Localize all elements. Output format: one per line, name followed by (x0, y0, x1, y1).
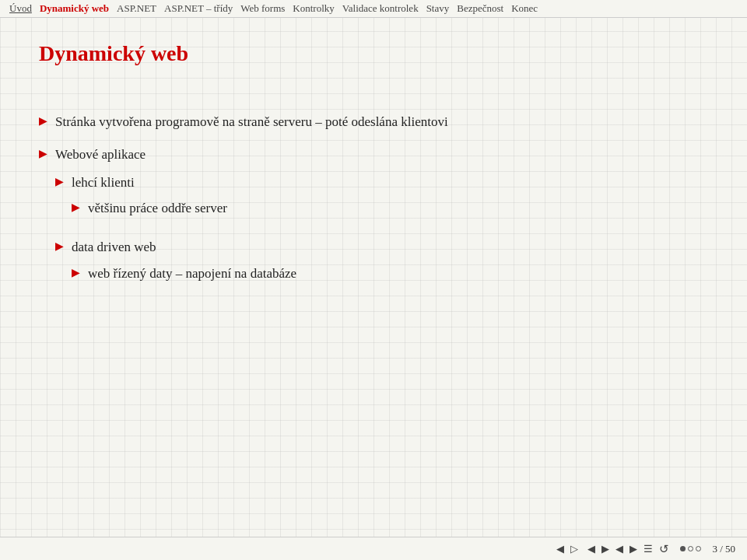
bullet-arrow-icon-sub-1: ▶ (55, 175, 64, 188)
nav-item-stavy[interactable]: Stavy (425, 2, 451, 15)
page-total: 50 (725, 543, 735, 555)
nav-section-label: ▶ (600, 543, 611, 555)
nav-item-uvod[interactable]: Úvod (8, 2, 33, 15)
sub-sub-list-data: ▶ web řízený daty – napojení na databáze (72, 264, 296, 283)
main-bullet-list: ▶ Stránka vytvořena programově na straně… (39, 113, 708, 303)
page-current: 3 (712, 543, 717, 555)
nav-item-aspnet[interactable]: ASP.NET (115, 2, 158, 15)
bullet-item-2: ▶ Webové aplikace ▶ lehcí klienti ▶ větš… (39, 145, 708, 303)
sub-list-2: ▶ lehcí klienti ▶ většinu práce oddře se… (55, 173, 296, 292)
nav-item-aspnet-tridy[interactable]: ASP.NET – třídy (163, 2, 234, 15)
nav-item-webforms[interactable]: Web forms (239, 2, 286, 15)
nav-bar: Úvod Dynamický web ASP.NET ASP.NET – tří… (0, 0, 747, 18)
sub-data-container: data driven web ▶ web řízený daty – napo… (72, 238, 296, 292)
nav-loop-button[interactable]: ↺ (658, 542, 671, 556)
nav-subsection-label: ▶ (628, 543, 639, 555)
nav-item-bezpecnost[interactable]: Bezpečnost (455, 2, 505, 15)
page-separator: / (720, 543, 725, 555)
bullet-arrow-icon-2: ▶ (39, 147, 47, 160)
sub-text-data: data driven web (72, 240, 156, 254)
page-indicator: 3 / 50 (712, 543, 735, 555)
bullet-item-1: ▶ Stránka vytvořena programově na straně… (39, 113, 708, 131)
sub-sub-item-rizeny: ▶ web řízený daty – napojení na databáze (72, 264, 296, 283)
sub-sub-text-rizeny: web řízený daty – napojení na databáze (88, 264, 296, 283)
bullet-arrow-icon-sub-sub-2: ▶ (72, 266, 80, 279)
bullet-arrow-icon-sub-2: ▶ (55, 240, 64, 253)
nav-dot-2 (688, 546, 693, 551)
slide-content: Dynamický web ▶ Stránka vytvořena progra… (0, 18, 747, 333)
sub-sub-text-vetsinu: většinu práce oddře server (88, 199, 227, 218)
nav-dot-3 (696, 546, 701, 551)
nav-item-kontrolky[interactable]: Kontrolky (291, 2, 335, 15)
nav-first-button[interactable]: ◀ (555, 543, 566, 555)
sub-item-lehci: ▶ lehcí klienti ▶ většinu práce oddře se… (55, 173, 296, 228)
bottom-bar: ◀ ▷ ◀ ▶ ◀ ▶ ☰ ↺ 3 / 50 (0, 537, 747, 560)
nav-section-prev-button[interactable]: ◀ (586, 543, 597, 555)
sub-text-lehci: lehcí klienti (72, 175, 135, 190)
nav-item-konec[interactable]: Konec (510, 2, 539, 15)
bullet-text-2: Webové aplikace (55, 147, 146, 162)
bullet-arrow-icon-sub-sub-1: ▶ (72, 201, 80, 214)
nav-prev-button[interactable]: ▷ (569, 543, 580, 555)
sub-sub-list-lehci: ▶ většinu práce oddře server (72, 199, 227, 218)
nav-subsection-next-button[interactable]: ☰ (642, 543, 654, 555)
bullet-arrow-icon-1: ▶ (39, 114, 47, 128)
nav-item-validace[interactable]: Validace kontrolek (341, 2, 420, 15)
nav-item-dynamicky-web[interactable]: Dynamický web (38, 2, 110, 15)
nav-dots (680, 546, 701, 551)
nav-controls: ◀ ▷ ◀ ▶ ◀ ▶ ☰ ↺ 3 / 50 (555, 542, 735, 556)
sub-sub-item-vetsinu: ▶ většinu práce oddře server (72, 199, 227, 218)
nav-section-next-button[interactable]: ◀ (614, 543, 625, 555)
nav-dot-1 (680, 546, 686, 551)
bullet-text-2-container: Webové aplikace ▶ lehcí klienti ▶ většin… (55, 145, 296, 303)
bullet-text-1: Stránka vytvořena programově na straně s… (55, 113, 448, 131)
sub-item-data: ▶ data driven web ▶ web řízený daty – na… (55, 238, 296, 292)
slide-title: Dynamický web (39, 41, 708, 66)
sub-lehci-container: lehcí klienti ▶ většinu práce oddře serv… (72, 173, 227, 228)
